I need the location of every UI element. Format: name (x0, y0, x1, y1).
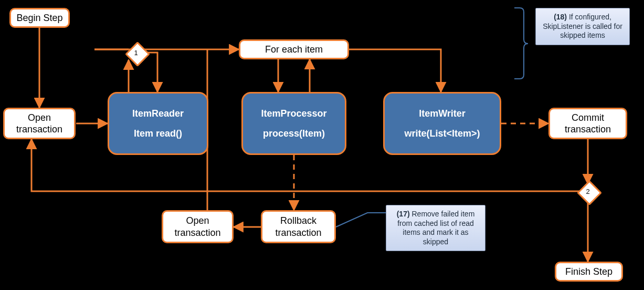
item-writer-title: ItemWriter (419, 108, 466, 120)
decision-1: 1 (129, 45, 143, 60)
open-transaction-node: Open transaction (3, 108, 76, 139)
open-transaction-2-node: Open transaction (162, 210, 234, 243)
begin-step-node: Begin Step (9, 8, 70, 28)
finish-step-node: Finish Step (555, 262, 623, 282)
decision-1-label: 1 (134, 49, 138, 57)
note-18-bold: (18) (554, 13, 567, 21)
note-18: (18) If configured, SkipListener is call… (535, 8, 630, 45)
commit-transaction-node: Commit transaction (548, 108, 627, 139)
rollback-transaction-label-1: Rollback (280, 215, 316, 227)
open-transaction-2-label-2: transaction (174, 227, 220, 239)
for-each-item-label: For each item (265, 44, 323, 56)
commit-transaction-label-2: transaction (565, 123, 611, 136)
begin-step-label: Begin Step (16, 12, 62, 24)
open-transaction-label-1: Open (28, 112, 51, 124)
item-writer-method: write(List<Item>) (404, 128, 480, 140)
note-17-bold: (17) (397, 210, 410, 218)
item-processor-method: process(Item) (263, 128, 325, 140)
commit-transaction-label-1: Commit (572, 112, 604, 124)
item-processor-node: ItemProcessor process(Item) (241, 92, 346, 155)
item-reader-node: ItemReader Item read() (108, 92, 208, 155)
item-writer-node: ItemWriter write(List<Item>) (383, 92, 501, 155)
open-transaction-2-label-1: Open (186, 215, 209, 227)
finish-step-label: Finish Step (565, 266, 613, 278)
item-processor-title: ItemProcessor (261, 108, 326, 120)
item-reader-title: ItemReader (132, 108, 184, 120)
decision-2: 2 (580, 184, 595, 199)
for-each-item-node: For each item (239, 39, 349, 59)
decision-2-label: 2 (586, 188, 589, 195)
item-reader-method: Item read() (134, 128, 182, 140)
open-transaction-label-2: transaction (16, 123, 62, 136)
rollback-transaction-node: Rollback transaction (261, 210, 336, 243)
rollback-transaction-label-2: transaction (275, 227, 321, 239)
note-17: (17) Remove failed item from cached list… (386, 205, 485, 251)
